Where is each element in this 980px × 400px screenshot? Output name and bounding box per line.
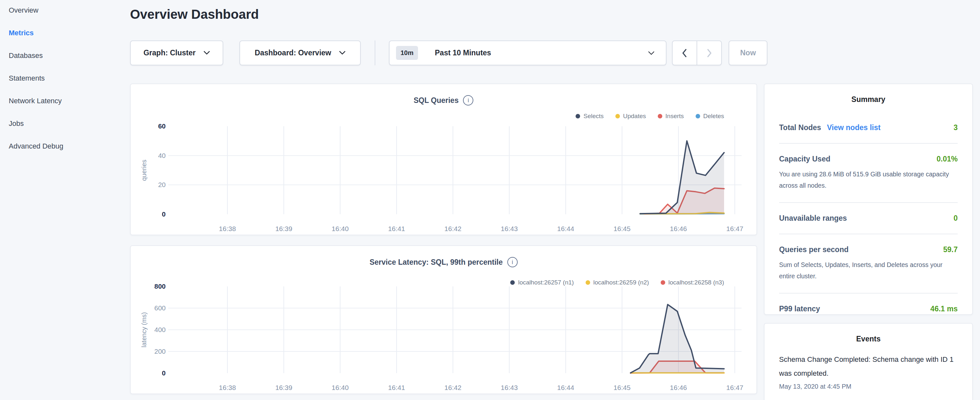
svg-text:16:42: 16:42 [445, 225, 462, 233]
svg-text:16:47: 16:47 [726, 384, 743, 391]
summary-row-total-nodes: Total NodesView nodes list3 [779, 112, 958, 143]
svg-text:16:39: 16:39 [275, 384, 293, 391]
svg-text:latency (ms): latency (ms) [140, 312, 148, 347]
sidebar: OverviewMetricsDatabasesStatementsNetwor… [0, 0, 129, 166]
summary-panel: Summary Total NodesView nodes list3Capac… [764, 83, 973, 315]
svg-text:16:45: 16:45 [613, 384, 631, 391]
svg-text:16:38: 16:38 [219, 384, 236, 391]
metrics-page: OverviewMetricsDatabasesStatementsNetwor… [0, 0, 980, 400]
svg-text:16:40: 16:40 [332, 384, 349, 391]
svg-text:16:45: 16:45 [613, 225, 631, 233]
svg-text:16:41: 16:41 [388, 225, 405, 233]
chevron-down-icon [204, 51, 210, 55]
time-step-buttons [672, 40, 722, 65]
controls-bar: Graph: Cluster Dashboard: Overview 10m P… [130, 40, 767, 65]
summary-row-value: 3 [953, 123, 958, 132]
sql-queries-plot[interactable]: 16:3816:3916:4016:4116:4216:4316:4416:45… [131, 84, 756, 234]
svg-text:16:39: 16:39 [275, 225, 293, 233]
svg-text:20: 20 [158, 181, 165, 188]
svg-text:16:46: 16:46 [670, 384, 687, 391]
sql-queries-chart-card: SQL Queries SelectsUpdatesInsertsDeletes… [130, 83, 757, 235]
service-latency-chart-card: Service Latency: SQL, 99th percentile lo… [130, 245, 757, 394]
svg-text:16:40: 16:40 [332, 225, 349, 233]
events-panel: Events Schema Change Completed: Schema c… [764, 323, 973, 400]
page-title: Overview Dashboard [130, 7, 259, 22]
now-button[interactable]: Now [729, 40, 767, 65]
svg-text:queries: queries [140, 159, 148, 181]
sidebar-item-jobs[interactable]: Jobs [9, 120, 129, 127]
svg-text:16:44: 16:44 [557, 384, 574, 391]
svg-text:16:41: 16:41 [388, 384, 405, 391]
svg-text:200: 200 [154, 347, 165, 355]
summary-row-label: P99 latency [779, 304, 820, 313]
sidebar-item-databases[interactable]: Databases [9, 52, 129, 59]
sidebar-item-overview[interactable]: Overview [9, 7, 129, 14]
summary-row-value: 0.01% [937, 155, 958, 163]
summary-row-unavailable-ranges: Unavailable ranges0 [779, 202, 958, 234]
svg-text:16:47: 16:47 [726, 225, 743, 233]
summary-rows: Total NodesView nodes list3Capacity Used… [779, 112, 958, 324]
summary-row-queries-per-second: Queries per second59.7Sum of Selects, Up… [779, 234, 958, 293]
summary-row-value: 0 [953, 214, 958, 223]
service-latency-plot[interactable]: 16:3816:3916:4016:4116:4216:4316:4416:45… [131, 246, 756, 394]
graph-dropdown[interactable]: Graph: Cluster [130, 40, 223, 65]
time-range-badge: 10m [396, 46, 418, 60]
sidebar-item-statements[interactable]: Statements [9, 75, 129, 82]
time-next-button[interactable] [697, 40, 722, 65]
view-nodes-list-link[interactable]: View nodes list [827, 123, 881, 132]
summary-row-label: Unavailable ranges [779, 214, 847, 223]
chevron-down-icon [648, 51, 655, 55]
summary-row-value: 59.7 [943, 245, 958, 254]
now-button-label: Now [740, 49, 756, 57]
summary-row-value: 46.1 ms [931, 304, 958, 313]
summary-row-label: Capacity Used [779, 155, 830, 163]
event-text: Schema Change Completed: Schema change w… [779, 352, 958, 380]
summary-row-p99-latency: P99 latency46.1 ms [779, 293, 958, 324]
dashboard-dropdown-label: Dashboard: Overview [255, 49, 331, 57]
svg-text:16:38: 16:38 [219, 225, 236, 233]
svg-text:16:46: 16:46 [670, 225, 687, 233]
chevron-right-icon [705, 48, 713, 58]
events-title: Events [765, 335, 972, 343]
svg-text:0: 0 [162, 369, 165, 377]
controls-divider [375, 40, 375, 65]
summary-row-description: You are using 28.6 MiB of 515.9 GiB usab… [779, 169, 958, 191]
svg-text:16:43: 16:43 [501, 384, 518, 391]
svg-text:400: 400 [154, 326, 165, 333]
dashboard-dropdown[interactable]: Dashboard: Overview [239, 40, 361, 65]
svg-text:800: 800 [154, 282, 165, 290]
time-range-label: Past 10 Minutes [435, 49, 640, 57]
graph-dropdown-label: Graph: Cluster [143, 49, 196, 57]
chevron-down-icon [339, 51, 345, 55]
time-range-dropdown[interactable]: 10m Past 10 Minutes [389, 40, 667, 65]
sidebar-item-metrics[interactable]: Metrics [9, 29, 129, 37]
event-timestamp: May 13, 2020 at 4:45 PM [779, 383, 958, 390]
summary-row-capacity-used: Capacity Used0.01%You are using 28.6 MiB… [779, 143, 958, 202]
svg-text:60: 60 [158, 122, 165, 130]
event-list-item[interactable]: Schema Change Completed: Schema change w… [779, 352, 958, 390]
time-prev-button[interactable] [672, 40, 697, 65]
sidebar-item-advanced-debug[interactable]: Advanced Debug [9, 143, 129, 150]
summary-row-description: Sum of Selects, Updates, Inserts, and De… [779, 259, 958, 282]
svg-text:16:43: 16:43 [501, 225, 518, 233]
svg-text:16:44: 16:44 [557, 225, 574, 233]
svg-text:40: 40 [158, 152, 165, 159]
summary-row-label: Total Nodes [779, 123, 821, 132]
svg-text:600: 600 [154, 304, 165, 312]
sidebar-item-network-latency[interactable]: Network Latency [9, 97, 129, 105]
svg-text:16:42: 16:42 [445, 384, 462, 391]
chevron-left-icon [681, 48, 689, 58]
summary-title: Summary [765, 95, 972, 104]
summary-row-label: Queries per second [779, 245, 849, 254]
svg-text:0: 0 [162, 210, 165, 218]
